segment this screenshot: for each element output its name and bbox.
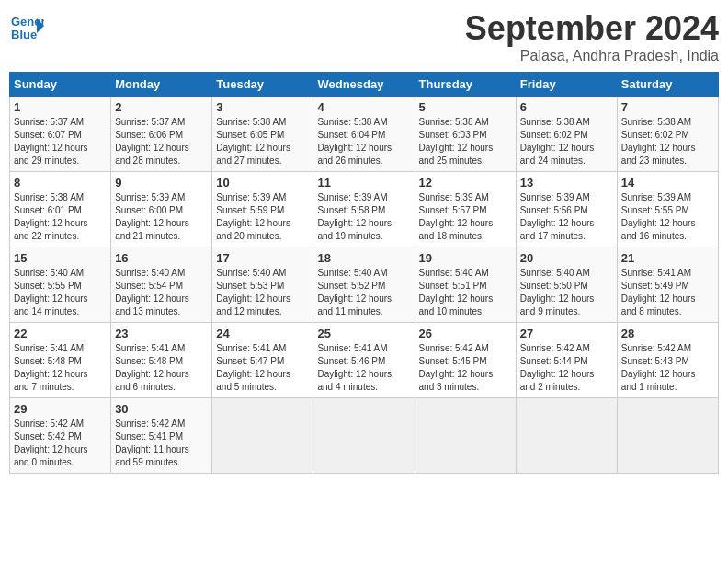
day-info: Sunrise: 5:42 AM Sunset: 5:43 PM Dayligh… xyxy=(621,342,714,394)
calendar-day-cell: 12Sunrise: 5:39 AM Sunset: 5:57 PM Dayli… xyxy=(415,172,516,247)
day-number: 10 xyxy=(216,176,309,190)
day-number: 8 xyxy=(14,176,107,190)
day-info: Sunrise: 5:37 AM Sunset: 6:07 PM Dayligh… xyxy=(14,116,107,167)
day-info: Sunrise: 5:39 AM Sunset: 5:58 PM Dayligh… xyxy=(317,191,410,243)
day-number: 17 xyxy=(216,251,309,265)
day-number: 22 xyxy=(14,327,107,340)
day-number: 4 xyxy=(317,100,410,114)
day-info: Sunrise: 5:38 AM Sunset: 6:04 PM Dayligh… xyxy=(317,116,410,167)
day-number: 19 xyxy=(419,251,512,265)
day-number: 20 xyxy=(520,251,613,265)
weekday-header: Saturday xyxy=(617,73,718,97)
calendar-day-cell: 22Sunrise: 5:41 AM Sunset: 5:48 PM Dayli… xyxy=(10,323,111,398)
calendar-table: SundayMondayTuesdayWednesdayThursdayFrid… xyxy=(9,72,719,474)
day-info: Sunrise: 5:41 AM Sunset: 5:48 PM Dayligh… xyxy=(14,342,107,394)
calendar-day-cell: 25Sunrise: 5:41 AM Sunset: 5:46 PM Dayli… xyxy=(313,323,415,398)
day-info: Sunrise: 5:39 AM Sunset: 5:59 PM Dayligh… xyxy=(216,191,309,243)
day-info: Sunrise: 5:41 AM Sunset: 5:47 PM Dayligh… xyxy=(216,342,309,394)
calendar-day-cell: 7Sunrise: 5:38 AM Sunset: 6:02 PM Daylig… xyxy=(617,97,718,172)
calendar-day-cell: 6Sunrise: 5:38 AM Sunset: 6:02 PM Daylig… xyxy=(516,97,617,172)
day-number: 16 xyxy=(115,251,208,265)
month-title: September 2024 xyxy=(465,9,719,48)
calendar-day-cell: 13Sunrise: 5:39 AM Sunset: 5:56 PM Dayli… xyxy=(516,172,617,247)
calendar-day-cell xyxy=(516,398,617,474)
weekday-header: Wednesday xyxy=(313,73,415,97)
day-info: Sunrise: 5:39 AM Sunset: 5:56 PM Dayligh… xyxy=(520,191,613,243)
day-info: Sunrise: 5:38 AM Sunset: 6:02 PM Dayligh… xyxy=(621,116,714,167)
calendar-day-cell: 2Sunrise: 5:37 AM Sunset: 6:06 PM Daylig… xyxy=(111,97,212,172)
calendar-week-row: 15Sunrise: 5:40 AM Sunset: 5:55 PM Dayli… xyxy=(10,247,719,323)
calendar-day-cell: 26Sunrise: 5:42 AM Sunset: 5:45 PM Dayli… xyxy=(415,323,516,398)
weekday-header: Sunday xyxy=(10,73,111,97)
day-number: 26 xyxy=(419,327,512,340)
calendar-day-cell: 5Sunrise: 5:38 AM Sunset: 6:03 PM Daylig… xyxy=(415,97,516,172)
weekday-header: Monday xyxy=(111,73,212,97)
calendar-day-cell xyxy=(313,398,415,474)
day-info: Sunrise: 5:42 AM Sunset: 5:45 PM Dayligh… xyxy=(419,342,512,394)
calendar-day-cell xyxy=(212,398,313,474)
calendar-day-cell: 19Sunrise: 5:40 AM Sunset: 5:51 PM Dayli… xyxy=(415,247,516,323)
day-number: 30 xyxy=(115,402,208,416)
location-subtitle: Palasa, Andhra Pradesh, India xyxy=(465,48,719,64)
calendar-day-cell: 27Sunrise: 5:42 AM Sunset: 5:44 PM Dayli… xyxy=(516,323,617,398)
day-info: Sunrise: 5:39 AM Sunset: 5:55 PM Dayligh… xyxy=(621,191,714,243)
calendar-day-cell: 28Sunrise: 5:42 AM Sunset: 5:43 PM Dayli… xyxy=(617,323,718,398)
calendar-week-row: 1Sunrise: 5:37 AM Sunset: 6:07 PM Daylig… xyxy=(10,97,719,172)
day-info: Sunrise: 5:41 AM Sunset: 5:46 PM Dayligh… xyxy=(317,342,410,394)
day-number: 6 xyxy=(520,100,613,114)
title-block: September 2024 Palasa, Andhra Pradesh, I… xyxy=(465,9,719,64)
calendar-day-cell: 8Sunrise: 5:38 AM Sunset: 6:01 PM Daylig… xyxy=(10,172,111,247)
day-info: Sunrise: 5:40 AM Sunset: 5:51 PM Dayligh… xyxy=(419,267,512,318)
day-number: 2 xyxy=(115,100,208,114)
calendar-day-cell: 30Sunrise: 5:42 AM Sunset: 5:41 PM Dayli… xyxy=(111,398,212,474)
page-header: General Blue September 2024 Palasa, Andh… xyxy=(9,9,719,64)
calendar-day-cell: 14Sunrise: 5:39 AM Sunset: 5:55 PM Dayli… xyxy=(617,172,718,247)
day-number: 18 xyxy=(317,251,410,265)
day-number: 5 xyxy=(419,100,512,114)
day-number: 11 xyxy=(317,176,410,190)
calendar-day-cell: 23Sunrise: 5:41 AM Sunset: 5:48 PM Dayli… xyxy=(111,323,212,398)
day-info: Sunrise: 5:41 AM Sunset: 5:48 PM Dayligh… xyxy=(115,342,208,394)
calendar-day-cell: 10Sunrise: 5:39 AM Sunset: 5:59 PM Dayli… xyxy=(212,172,313,247)
day-info: Sunrise: 5:39 AM Sunset: 5:57 PM Dayligh… xyxy=(419,191,512,243)
day-number: 29 xyxy=(14,402,107,416)
day-info: Sunrise: 5:40 AM Sunset: 5:53 PM Dayligh… xyxy=(216,267,309,318)
day-number: 21 xyxy=(621,251,714,265)
calendar-day-cell: 4Sunrise: 5:38 AM Sunset: 6:04 PM Daylig… xyxy=(313,97,415,172)
day-info: Sunrise: 5:42 AM Sunset: 5:44 PM Dayligh… xyxy=(520,342,613,394)
calendar-day-cell xyxy=(617,398,718,474)
calendar-week-row: 29Sunrise: 5:42 AM Sunset: 5:42 PM Dayli… xyxy=(10,398,719,474)
day-number: 7 xyxy=(621,100,714,114)
calendar-week-row: 8Sunrise: 5:38 AM Sunset: 6:01 PM Daylig… xyxy=(10,172,719,247)
day-info: Sunrise: 5:40 AM Sunset: 5:50 PM Dayligh… xyxy=(520,267,613,318)
day-number: 3 xyxy=(216,100,309,114)
day-number: 23 xyxy=(115,327,208,340)
day-info: Sunrise: 5:40 AM Sunset: 5:55 PM Dayligh… xyxy=(14,267,107,318)
calendar-day-cell: 20Sunrise: 5:40 AM Sunset: 5:50 PM Dayli… xyxy=(516,247,617,323)
calendar-day-cell: 15Sunrise: 5:40 AM Sunset: 5:55 PM Dayli… xyxy=(10,247,111,323)
calendar-day-cell: 17Sunrise: 5:40 AM Sunset: 5:53 PM Dayli… xyxy=(212,247,313,323)
logo: General Blue xyxy=(9,9,48,44)
calendar-day-cell: 18Sunrise: 5:40 AM Sunset: 5:52 PM Dayli… xyxy=(313,247,415,323)
day-info: Sunrise: 5:42 AM Sunset: 5:42 PM Dayligh… xyxy=(14,418,107,469)
day-number: 28 xyxy=(621,327,714,340)
day-number: 25 xyxy=(317,327,410,340)
calendar-day-cell: 24Sunrise: 5:41 AM Sunset: 5:47 PM Dayli… xyxy=(212,323,313,398)
calendar-day-cell: 16Sunrise: 5:40 AM Sunset: 5:54 PM Dayli… xyxy=(111,247,212,323)
calendar-day-cell: 29Sunrise: 5:42 AM Sunset: 5:42 PM Dayli… xyxy=(10,398,111,474)
calendar-day-cell xyxy=(415,398,516,474)
weekday-header: Tuesday xyxy=(212,73,313,97)
day-info: Sunrise: 5:41 AM Sunset: 5:49 PM Dayligh… xyxy=(621,267,714,318)
day-number: 24 xyxy=(216,327,309,340)
day-info: Sunrise: 5:37 AM Sunset: 6:06 PM Dayligh… xyxy=(115,116,208,167)
day-info: Sunrise: 5:38 AM Sunset: 6:02 PM Dayligh… xyxy=(520,116,613,167)
day-number: 9 xyxy=(115,176,208,190)
calendar-day-cell: 11Sunrise: 5:39 AM Sunset: 5:58 PM Dayli… xyxy=(313,172,415,247)
calendar-day-cell: 3Sunrise: 5:38 AM Sunset: 6:05 PM Daylig… xyxy=(212,97,313,172)
calendar-header-row: SundayMondayTuesdayWednesdayThursdayFrid… xyxy=(10,73,719,97)
calendar-day-cell: 9Sunrise: 5:39 AM Sunset: 6:00 PM Daylig… xyxy=(111,172,212,247)
svg-text:Blue: Blue xyxy=(11,28,37,41)
day-info: Sunrise: 5:40 AM Sunset: 5:52 PM Dayligh… xyxy=(317,267,410,318)
day-info: Sunrise: 5:40 AM Sunset: 5:54 PM Dayligh… xyxy=(115,267,208,318)
weekday-header: Thursday xyxy=(415,73,516,97)
